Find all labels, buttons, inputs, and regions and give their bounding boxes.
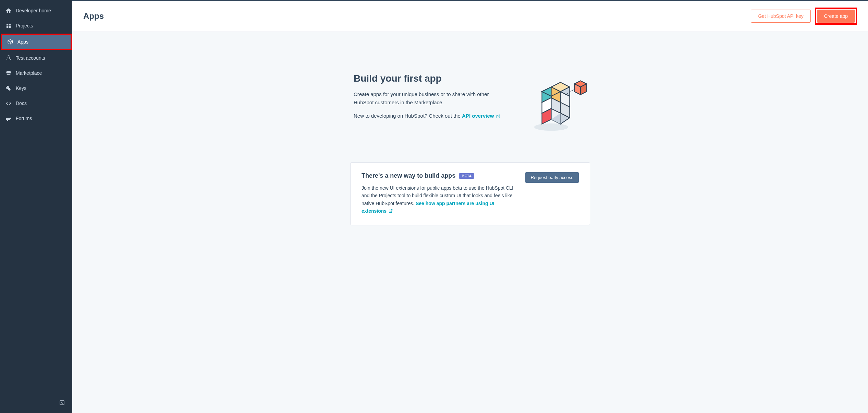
external-link-icon	[389, 208, 393, 215]
hero-title: Build your first app	[354, 73, 504, 84]
beta-badge: BETA	[459, 173, 474, 179]
external-link-icon	[496, 114, 500, 119]
wrench-icon	[5, 85, 12, 91]
svg-line-1	[498, 115, 500, 117]
content-area: Build your first app Create apps for you…	[230, 32, 710, 246]
card-title: There's a new way to build apps	[362, 172, 455, 179]
sidebar-item-developer-home[interactable]: Developer home	[0, 3, 72, 18]
main-content: Apps Get HubSpot API key Create app Buil…	[72, 0, 868, 413]
api-overview-link[interactable]: API overview	[462, 113, 500, 119]
header-actions: Get HubSpot API key Create app	[751, 8, 857, 25]
svg-line-21	[390, 210, 392, 212]
megaphone-icon	[5, 115, 12, 121]
hero-cta-prefix: New to developing on HubSpot? Check out …	[354, 113, 462, 119]
sidebar-item-label: Apps	[17, 39, 28, 45]
flask-icon	[5, 55, 12, 61]
cube-illustration	[525, 73, 587, 135]
sidebar-item-keys[interactable]: Keys	[0, 81, 72, 95]
hero-description: Create apps for your unique business or …	[354, 90, 504, 107]
card-title-row: There's a new way to build apps BETA	[362, 172, 514, 179]
page-title: Apps	[83, 11, 104, 21]
sidebar-item-projects[interactable]: Projects	[0, 19, 72, 33]
sidebar-item-test-accounts[interactable]: Test accounts	[0, 51, 72, 65]
get-api-key-button[interactable]: Get HubSpot API key	[751, 10, 810, 23]
request-early-access-button[interactable]: Request early access	[525, 172, 579, 183]
store-icon	[5, 70, 12, 76]
svg-rect-0	[60, 401, 64, 405]
page-header: Apps Get HubSpot API key Create app	[72, 1, 868, 32]
beta-card: There's a new way to build apps BETA Joi…	[350, 162, 590, 225]
sidebar: Developer home Projects Apps Test accoun…	[0, 0, 72, 413]
sidebar-item-marketplace[interactable]: Marketplace	[0, 66, 72, 80]
card-text: Join the new UI extensions for public ap…	[362, 184, 514, 215]
card-content: There's a new way to build apps BETA Joi…	[362, 172, 514, 215]
hero-section: Build your first app Create apps for you…	[316, 52, 624, 149]
link-label: API overview	[462, 113, 494, 119]
grid-icon	[5, 23, 12, 29]
sidebar-item-label: Projects	[16, 23, 33, 28]
sidebar-item-label: Test accounts	[16, 55, 45, 61]
svg-point-2	[534, 123, 568, 131]
code-icon	[5, 100, 12, 106]
sidebar-item-label: Developer home	[16, 8, 51, 13]
cube-icon	[7, 39, 13, 45]
sidebar-item-docs[interactable]: Docs	[0, 96, 72, 110]
hero-text: Build your first app Create apps for you…	[354, 73, 504, 119]
sidebar-item-label: Marketplace	[16, 70, 42, 76]
sidebar-item-label: Docs	[16, 101, 27, 106]
home-icon	[5, 8, 12, 14]
create-app-button[interactable]: Create app	[817, 10, 855, 23]
sidebar-item-label: Forums	[16, 116, 32, 121]
sidebar-item-label: Keys	[16, 85, 26, 91]
sidebar-item-forums[interactable]: Forums	[0, 111, 72, 126]
hero-cta: New to developing on HubSpot? Check out …	[354, 113, 504, 119]
highlight-frame: Create app	[815, 8, 857, 25]
sidebar-item-apps[interactable]: Apps	[1, 34, 72, 50]
collapse-sidebar-button[interactable]	[59, 399, 65, 406]
